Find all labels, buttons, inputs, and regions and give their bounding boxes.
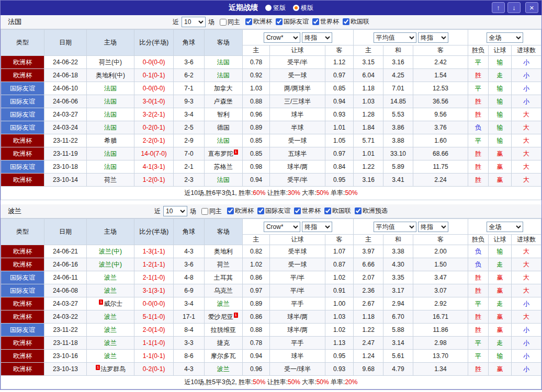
result-cell: 平 [468, 337, 488, 350]
recent-count-select[interactable]: 10 [163, 206, 187, 216]
goals-result-cell: 小 [512, 56, 541, 69]
competition-filters: 欧洲杯国际友谊世界杯欧国联 [242, 17, 369, 27]
competition-checkbox[interactable] [276, 18, 283, 25]
avg-home-odds-cell: 9.68 [354, 363, 383, 376]
team-name: 捷克 [217, 339, 230, 347]
col-corners: 角球 [174, 219, 205, 245]
avg-away-odds-cell: 68.66 [413, 147, 468, 160]
team-name: 威尔士 [104, 300, 122, 307]
score-cell: 0-2(0-1) [134, 363, 174, 376]
away-team-cell: 德国 [204, 121, 242, 134]
competition-checkbox[interactable] [312, 18, 319, 25]
crow-away-odds-cell: 1.02 [325, 271, 354, 284]
home-team-cell: 荷兰 [87, 174, 134, 187]
competition-checkbox[interactable] [257, 207, 264, 214]
team-name: 波兰 [104, 274, 117, 281]
col-corners: 角球 [174, 30, 205, 56]
europe-odds-header: 平均值 终指 [354, 219, 468, 235]
crow-home-odds-cell: 0.94 [242, 350, 270, 363]
avg-away-odds-cell: 2.42 [413, 56, 468, 69]
team-name: 爱沙尼亚 [208, 313, 233, 320]
competition-filter-3[interactable]: 欧国联 [321, 206, 351, 215]
score-cell: 1-2(1-1) [134, 258, 174, 271]
handicap-result-cell: 输 [488, 82, 512, 95]
team-name: 奥地利(中) [96, 72, 125, 79]
result-cell: 平 [468, 297, 488, 310]
competition-checkbox[interactable] [343, 18, 349, 25]
filter-bar: 波兰 近 10 场 同主 欧洲杯国际友谊世界杯欧国联欧洲预选 [1, 204, 541, 218]
layout-radio-horizontal[interactable]: 横版 [293, 4, 313, 13]
match-row: 国际友谊24-06-06法国3-0(1-0)9-3卢森堡0.88三/三球半0.9… [1, 95, 541, 108]
score-cell: 0-0(0-0) [134, 297, 174, 310]
average-select[interactable]: 平均值 [374, 222, 416, 232]
recent-count-select[interactable]: 10 [182, 17, 206, 27]
avg-home-odds-cell: 1.84 [354, 121, 383, 134]
competition-cell: 欧洲杯 [1, 134, 44, 147]
bookmaker-select[interactable]: Crow* [264, 222, 300, 232]
score-cell: 3-1(3-1) [134, 284, 174, 297]
competition-filter-3[interactable]: 欧国联 [339, 17, 369, 26]
match-row: 国际友谊24-06-08波兰3-1(3-1)6-9乌克兰0.97平/半0.912… [1, 284, 541, 297]
close-button[interactable]: × [525, 2, 538, 13]
competition-checkbox[interactable] [245, 18, 252, 25]
crow-handicap-cell: 受一/球半 [270, 363, 325, 376]
away-team-cell: 法国 [204, 174, 242, 187]
crow-home-odds-cell: 1.03 [242, 82, 270, 95]
date-cell: 24-06-18 [44, 69, 87, 82]
competition-filter-1[interactable]: 国际友谊 [254, 206, 290, 215]
competition-checkbox[interactable] [355, 207, 362, 214]
competition-cell: 欧洲杯 [1, 56, 44, 69]
competition-filter-0[interactable]: 欧洲杯 [223, 206, 254, 215]
competition-filter-2[interactable]: 世界杯 [290, 206, 321, 215]
average-select[interactable]: 平均值 [374, 32, 416, 43]
crow-home-odds-cell: 0.92 [242, 69, 270, 82]
home-team-cell: 法国 [87, 121, 134, 134]
move-down-button[interactable]: ↓ [507, 2, 521, 13]
goals-result-cell: 小 [512, 337, 541, 350]
col-score: 比分(半场) [134, 219, 174, 245]
final-odds-select[interactable]: 终指 [302, 222, 332, 232]
bookmaker-select[interactable]: Crow* [264, 32, 300, 43]
competition-checkbox[interactable] [294, 207, 301, 214]
avg-draw-odds-cell: 5.89 [383, 160, 413, 174]
corners-cell: 7-1 [174, 82, 205, 95]
competition-filter-0[interactable]: 欧洲杯 [242, 17, 272, 26]
same-home-filter[interactable]: 同主 [198, 207, 222, 216]
competition-checkbox[interactable] [324, 207, 331, 214]
team-name: 荷兰 [104, 176, 117, 183]
team-name: 摩尔多瓦 [211, 352, 236, 360]
corners-cell: 4-3 [174, 245, 205, 258]
same-home-filter[interactable]: 同主 [216, 18, 240, 27]
fulltime-select[interactable]: 全场 [487, 32, 523, 43]
date-cell: 23-11-22 [44, 324, 87, 337]
date-cell: 23-10-16 [44, 350, 87, 363]
competition-checkbox[interactable] [227, 207, 234, 214]
competition-cell: 欧洲杯 [1, 245, 44, 258]
same-home-checkbox[interactable] [220, 19, 227, 26]
same-home-checkbox[interactable] [201, 208, 208, 215]
filter-controls: 近 10 场 同主 欧洲杯国际友谊世界杯欧国联欧洲预选 [154, 206, 388, 216]
col-handicap-result: 让球 [488, 235, 512, 245]
home-team-cell: 1法罗群岛 [87, 363, 134, 376]
competition-filter-2[interactable]: 世界杯 [309, 17, 339, 26]
result-cell: 胜 [468, 95, 488, 108]
fulltime-select[interactable]: 全场 [487, 222, 523, 232]
competition-filter-4[interactable]: 欧洲预选 [351, 206, 388, 215]
avg-draw-odds-cell: 4.79 [383, 363, 413, 376]
match-row: 国际友谊23-10-18法国4-1(3-1)2-1苏格兰0.98球半/两0.84… [1, 160, 541, 174]
crow-handicap-cell: 平手 [270, 337, 325, 350]
result-cell: 胜 [468, 284, 488, 297]
move-up-button[interactable]: ↑ [492, 2, 505, 13]
avg-final-select[interactable]: 终指 [418, 32, 448, 43]
layout-radio-vertical[interactable]: 竖版 [265, 4, 286, 13]
crow-handicap-cell: 受一球 [270, 134, 325, 147]
date-cell: 24-06-16 [44, 258, 87, 271]
score-cell: 4-1(3-1) [134, 160, 174, 174]
away-team-cell: 乌克兰 [204, 284, 242, 297]
avg-final-select[interactable]: 终指 [418, 222, 448, 232]
final-odds-select[interactable]: 终指 [302, 32, 332, 43]
score-cell: 1-1(1-0) [134, 337, 174, 350]
home-team-cell: 法国 [87, 95, 134, 108]
result-cell: 平 [468, 82, 488, 95]
competition-filter-1[interactable]: 国际友谊 [272, 17, 309, 26]
